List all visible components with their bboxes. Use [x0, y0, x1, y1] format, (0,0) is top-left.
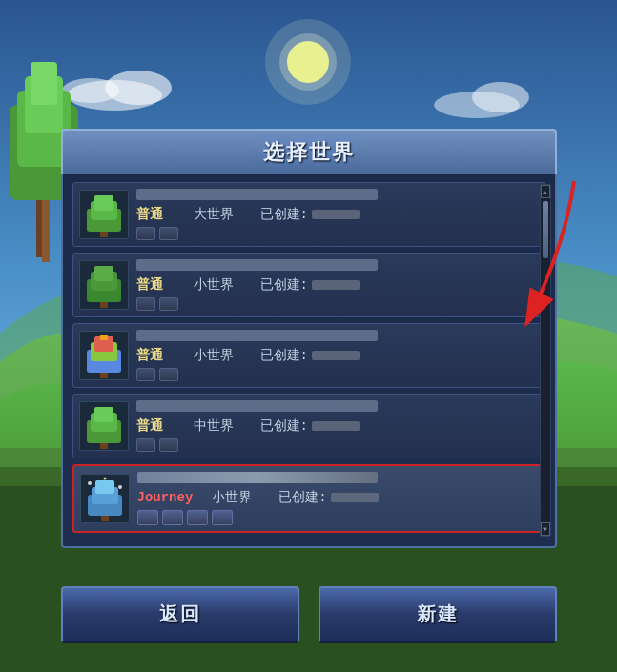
bottom-buttons: 返回 新建	[61, 586, 557, 643]
world-btn-d-5[interactable]	[212, 510, 233, 525]
world-icon-1	[79, 190, 129, 239]
world-btn-a-3[interactable]	[136, 368, 155, 381]
world-info-4: 普通 中世界 已创建:	[136, 398, 539, 454]
world-created-bar-2	[312, 280, 360, 290]
world-mode-5: Journey	[137, 490, 194, 505]
world-icon-5	[80, 474, 130, 523]
world-name-bar-1	[136, 189, 378, 200]
world-icon-3	[79, 331, 129, 380]
world-created-bar-3	[312, 351, 360, 360]
world-size-2: 小世界	[194, 276, 241, 294]
svg-rect-17	[31, 62, 57, 105]
world-name-bar-2	[136, 259, 378, 271]
svg-point-3	[287, 41, 329, 83]
world-icon-2	[79, 260, 129, 310]
world-created-4: 已创建:	[260, 417, 360, 435]
new-button[interactable]: 新建	[319, 586, 557, 643]
svg-rect-30	[100, 335, 108, 340]
world-mode-4: 普通	[136, 417, 175, 435]
world-size-5: 小世界	[212, 489, 259, 506]
world-created-bar-1	[312, 210, 360, 219]
world-name-bar-5	[137, 472, 378, 483]
svg-point-41	[103, 478, 106, 480]
world-item-4[interactable]: 普通 中世界 已创建:	[72, 394, 545, 458]
world-info-5: Journey 小世界 已创建:	[137, 470, 538, 527]
world-size-4: 中世界	[194, 417, 241, 435]
world-created-2: 已创建:	[260, 276, 360, 294]
world-btn-a-2[interactable]	[136, 297, 155, 311]
panel-title: 选择世界	[61, 129, 557, 174]
world-name-bar-3	[136, 330, 378, 341]
world-btn-b-2[interactable]	[159, 297, 178, 311]
world-icon-4	[79, 401, 129, 451]
svg-rect-34	[94, 407, 113, 422]
world-mode-1: 普通	[136, 206, 175, 223]
svg-rect-25	[94, 266, 113, 281]
world-size-1: 大世界	[194, 206, 241, 223]
world-details-4: 普通 中世界 已创建:	[136, 417, 539, 435]
world-btn-b-4[interactable]	[159, 438, 178, 452]
world-created-5: 已创建:	[278, 489, 378, 506]
world-btn-a-1[interactable]	[136, 227, 155, 240]
world-btn-b-5[interactable]	[162, 510, 183, 525]
world-name-bar-4	[136, 400, 378, 412]
world-footer-4	[136, 438, 539, 452]
world-footer-5	[137, 510, 538, 525]
svg-point-8	[472, 82, 529, 112]
world-btn-a-4[interactable]	[136, 438, 155, 452]
svg-rect-21	[94, 195, 113, 211]
svg-point-40	[118, 485, 122, 489]
svg-rect-38	[95, 480, 114, 494]
arrow-indicator	[412, 172, 603, 381]
world-btn-b-3[interactable]	[159, 368, 178, 381]
world-created-3: 已创建:	[260, 347, 360, 364]
world-btn-b-1[interactable]	[159, 227, 178, 240]
back-button[interactable]: 返回	[61, 586, 299, 643]
world-btn-a-5[interactable]	[137, 510, 158, 525]
svg-point-39	[88, 481, 92, 485]
world-size-3: 小世界	[194, 347, 241, 364]
scrollbar-down[interactable]: ▼	[541, 522, 550, 536]
world-mode-3: 普通	[136, 347, 175, 364]
world-item-5[interactable]: Journey 小世界 已创建:	[72, 464, 545, 533]
world-created-1: 已创建:	[260, 206, 360, 223]
world-mode-2: 普通	[136, 276, 175, 294]
world-created-bar-4	[312, 421, 360, 431]
world-created-bar-5	[331, 493, 379, 502]
world-details-5: Journey 小世界 已创建:	[137, 489, 538, 506]
world-btn-c-5[interactable]	[187, 510, 208, 525]
